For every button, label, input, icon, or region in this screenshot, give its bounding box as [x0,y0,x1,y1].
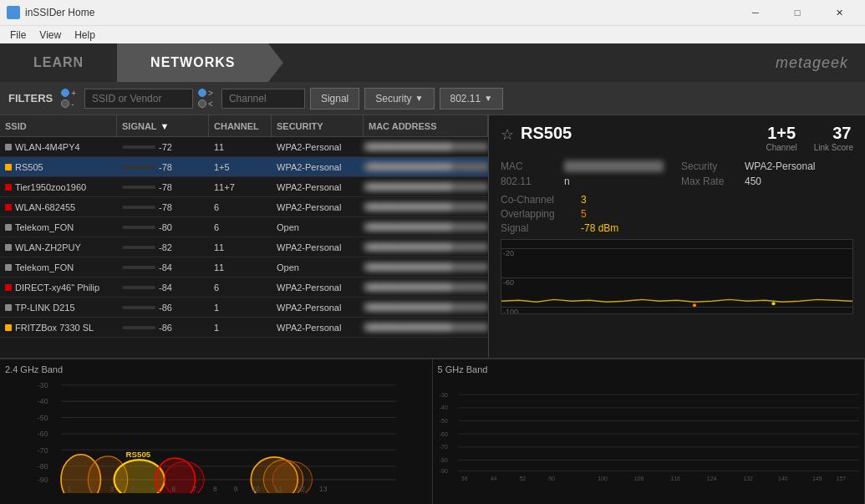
signal-bar [122,326,155,329]
overlapping-label: Overlapping [501,208,576,220]
minimize-button[interactable]: ─ [736,0,775,25]
network-color-dot [5,324,12,331]
svg-text:36: 36 [460,476,467,481]
net-cell-channel: 6 [209,202,272,212]
detail-standard-value: n [564,176,570,187]
protocol-chevron-icon: ▼ [484,94,492,103]
signal-filter-button[interactable]: Signal [310,88,359,109]
tab-learn[interactable]: LEARN [0,43,117,82]
svg-text:-50: -50 [38,414,48,422]
network-list-header: SSID SIGNAL ▼ CHANNEL SECURITY MAC ADDRE… [0,115,488,137]
filter-gt-radio[interactable] [198,89,206,97]
net-cell-mac: ██████████████ [364,202,488,211]
table-row[interactable]: Telekom_FON -84 11 Open ██████████████ [0,257,488,277]
detail-signal-chart: -20 -60 -100 [501,239,853,314]
security-chevron-icon: ▼ [415,94,424,103]
col-header-signal[interactable]: SIGNAL ▼ [117,115,209,136]
network-list: SSID SIGNAL ▼ CHANNEL SECURITY MAC ADDRE… [0,115,489,358]
security-label: Security [681,160,740,172]
col-header-mac[interactable]: MAC ADDRESS [364,115,488,136]
filter-remove-radio[interactable] [61,99,69,108]
band-5-title: 5 GHz Band [438,364,860,374]
net-cell-mac: ██████████████ [364,323,488,332]
band-5ghz-chart: 5 GHz Band -30 -40 -50 -60 -70 -80 -90 [433,359,866,504]
net-cell-signal: -72 [117,142,209,152]
col-header-security[interactable]: SECURITY [272,115,364,136]
menu-view[interactable]: View [33,28,68,43]
net-cell-ssid: Telekom_FON [0,222,117,232]
network-color-dot [5,144,12,150]
co-channel-row: Co-Channel 3 [501,194,853,206]
table-row[interactable]: Tier1950zoo1960 -78 11+7 WPA2-Personal █… [0,177,488,197]
net-cell-security: WPA2-Personal [272,162,364,172]
net-cell-ssid: DIRECT-xy46" Philip [0,283,117,293]
net-cell-channel: 6 [209,283,272,293]
co-channel-label: Co-Channel [501,194,576,206]
net-cell-signal: -84 [117,283,209,293]
table-row[interactable]: WLAN-ZH2PUY -82 11 WPA2-Personal ███████… [0,237,488,257]
filter-direction: > < [198,89,213,109]
menu-file[interactable]: File [3,28,33,43]
filter-add-remove: + - [61,89,76,109]
table-row[interactable]: Telekom_FON -80 6 Open ██████████████ [0,217,488,237]
signal-bar [122,266,155,269]
security-filter-label: Security [375,93,411,104]
menu-help[interactable]: Help [68,28,102,43]
svg-text:-60: -60 [439,431,447,437]
net-cell-ssid: FRITZBox 7330 SL [0,323,117,333]
svg-text:116: 116 [670,476,680,481]
filters-label: FILTERS [8,92,53,104]
table-row[interactable]: TP-LINK D215 -86 1 WPA2-Personal ███████… [0,298,488,318]
net-cell-signal: -80 [117,222,209,232]
channel-filter-input[interactable] [221,89,305,109]
security-filter-button[interactable]: Security ▼ [364,88,434,109]
net-cell-signal: -86 [117,323,209,333]
maximize-button[interactable]: □ [778,0,817,25]
ssid-filter-input[interactable] [84,89,193,109]
svg-text:10: 10 [252,485,260,493]
svg-text:100: 100 [598,476,608,481]
signal-detail-value: -78 dBm [581,222,618,234]
filter-lt-radio[interactable] [198,99,206,108]
svg-text:-90: -90 [439,468,447,474]
svg-text:-80: -80 [38,462,48,471]
svg-text:1: 1 [68,485,72,493]
sort-arrow-icon: ▼ [160,121,170,131]
svg-point-1 [771,302,775,305]
net-cell-ssid: Telekom_FON [0,262,117,272]
protocol-filter-button[interactable]: 802.11 ▼ [440,88,504,109]
favorite-star-icon[interactable]: ☆ [501,125,514,144]
table-row[interactable]: RS505 -78 1+5 WPA2-Personal ████████████… [0,157,488,177]
detail-security-value: WPA2-Personal [745,160,815,172]
net-cell-ssid: TP-LINK D215 [0,303,117,313]
svg-text:9: 9 [234,485,238,493]
nav-tabs: LEARN NETWORKS metageek [0,43,865,82]
window-title: inSSIDer Home [25,7,736,18]
net-cell-mac: ██████████████ [364,283,488,292]
network-color-dot [5,164,12,171]
detail-maxrate-value: 450 [745,176,761,187]
table-row[interactable]: FRITZBox 7330 SL -86 1 WPA2-Personal ███… [0,318,488,338]
band-24-title: 2.4 GHz Band [5,364,427,374]
col-header-channel[interactable]: CHANNEL [209,115,272,136]
filter-add-radio[interactable] [61,89,69,97]
signal-bar [122,226,155,229]
net-cell-security: WPA2-Personal [272,242,364,252]
svg-text:157: 157 [836,476,846,481]
table-row[interactable]: WLAN-682455 -78 6 WPA2-Personal ████████… [0,197,488,217]
table-row[interactable]: WLAN-4M4PY4 -72 11 WPA2-Personal ███████… [0,137,488,157]
table-row[interactable]: DIRECT-xy46" Philip -84 6 WPA2-Personal … [0,277,488,298]
net-cell-security: Open [272,262,364,272]
net-cell-security: WPA2-Personal [272,323,364,333]
svg-text:11: 11 [274,485,282,493]
band-24-svg: -30 -40 -50 -60 -70 -80 -90 RS505 [5,376,427,493]
col-header-ssid[interactable]: SSID [0,115,117,136]
svg-text:-40: -40 [38,397,48,405]
standard-label: 802.11 [501,176,559,187]
close-button[interactable]: ✕ [820,0,858,25]
svg-text:5: 5 [151,485,155,493]
network-color-dot [5,204,12,211]
tab-networks[interactable]: NETWORKS [117,43,268,82]
svg-text:-30: -30 [439,392,447,398]
protocol-filter-label: 802.11 [450,93,481,104]
